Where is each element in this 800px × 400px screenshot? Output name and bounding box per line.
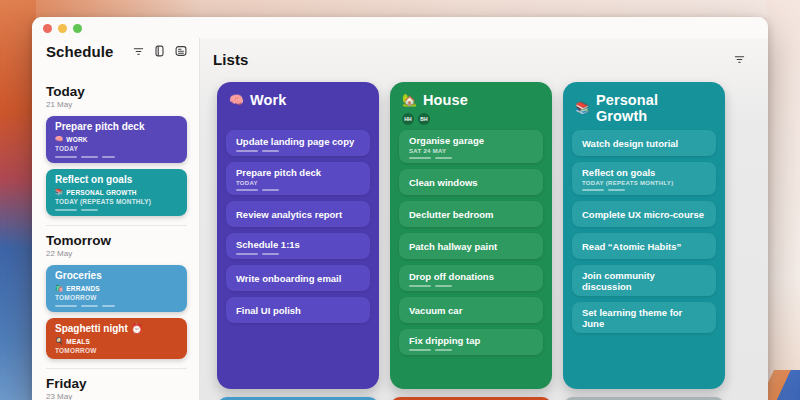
list-item[interactable]: Review analytics report [226,201,370,227]
item-title: Drop off donations [409,271,533,282]
list-item[interactable]: Read “Atomic Habits” [572,233,716,259]
minimize-button[interactable] [58,24,67,33]
list-name: House [423,92,468,108]
task-when-label: TODAY [55,145,178,152]
task-when-label: TOMORROW [55,347,178,354]
wallpaper-left-band [0,0,36,400]
list-item[interactable]: Join community discussion [572,265,716,296]
list-item[interactable]: Fix dripping tap [399,329,543,355]
maximize-button[interactable] [73,24,82,33]
list-item[interactable]: Organise garageSAT 24 MAY [399,130,543,163]
item-when-label: TODAY (REPEATS MONTHLY) [582,180,706,186]
avatar[interactable]: HH [402,113,414,125]
task-when-label: TODAY (REPEATS MONTHLY) [55,198,178,205]
filter-icon[interactable] [132,45,145,58]
board-title: Lists [213,51,249,68]
list-item[interactable]: Complete UX micro-course [572,201,716,227]
section-date-label: 21 May [46,100,187,109]
list-emoji-icon: 🛍️ [55,284,63,292]
list-item[interactable]: Reflect on goalsTODAY (REPEATS MONTHLY) [572,162,716,195]
list-item[interactable]: Write onboarding email [226,265,370,291]
list-emoji-icon: 🧠 [229,93,244,107]
task-list-name: ERRANDS [66,285,100,292]
task-card[interactable]: Spaghetti night ⏰🍳MEALSTOMORROW [46,318,187,359]
list-item[interactable]: Vacuum car [399,297,543,323]
list-name: Personal Growth [596,92,713,124]
task-card[interactable]: Prepare pitch deck🧠WORKTODAY [46,116,187,163]
list-item[interactable]: Set learning theme for June [572,302,716,333]
list-item[interactable]: Watch design tutorial [572,130,716,156]
schedule-section: Tomorrow22 MayGroceries🛍️ERRANDSTOMORROW… [46,233,187,359]
dash-line [81,156,98,158]
lists-row: 🧠WorkUpdate landing page copyPrepare pit… [217,82,768,389]
dash-line [236,189,258,191]
list-name: Work [250,92,286,108]
dash-line [55,209,77,211]
list-item[interactable]: Patch hallway paint [399,233,543,259]
wallpaper-right-band [766,0,800,400]
dash-line [409,349,431,351]
dash-line [409,157,431,159]
list-item[interactable]: Update landing page copy [226,130,370,156]
section-divider [46,225,187,226]
item-title: Clean windows [409,177,533,188]
list-item[interactable]: Drop off donations [399,265,543,291]
item-title: Watch design tutorial [582,138,706,149]
dash-line [409,285,431,287]
item-title: Prepare pitch deck [236,167,360,178]
sidebar-header: Schedule [46,42,187,60]
list-emoji-icon: 📚 [575,101,590,115]
note-dashes [409,285,533,287]
list-title-row: 🏡House [402,92,540,108]
task-list-label: 🧠WORK [55,135,178,143]
list-column-work: 🧠WorkUpdate landing page copyPrepare pit… [217,82,379,389]
list-item[interactable]: Declutter bedroom [399,201,543,227]
list-item[interactable]: Schedule 1:1s [226,233,370,259]
member-avatars: HHBH [402,113,540,125]
calendar-icon[interactable] [174,45,187,58]
task-list-name: WORK [66,136,87,143]
book-icon[interactable] [153,45,166,58]
filter-icon[interactable] [733,53,746,66]
dash-line [102,305,115,307]
section-day-label: Tomorrow [46,233,187,248]
item-title: Join community discussion [582,270,706,292]
task-title: Prepare pitch deck [55,121,178,133]
note-dashes [55,156,178,158]
task-list-label: 📚PERSONAL GROWTH [55,188,178,196]
task-title: Reflect on goals [55,174,178,186]
note-dashes [236,253,360,255]
task-list-name: MEALS [66,338,90,345]
dash-line [236,253,258,255]
avatar[interactable]: BH [418,113,430,125]
item-title: Read “Atomic Habits” [582,241,706,252]
note-dashes [55,305,178,307]
dash-line [608,189,625,191]
dash-line [435,349,452,351]
item-title: Patch hallway paint [409,241,533,252]
dash-line [81,305,98,307]
list-item[interactable]: Prepare pitch deckTODAY [226,162,370,195]
dash-line [55,156,77,158]
schedule-sections: Today21 MayPrepare pitch deck🧠WORKTODAYR… [46,84,187,400]
lists-area: 🧠WorkUpdate landing page copyPrepare pit… [200,70,768,400]
traffic-lights [43,24,82,33]
item-title: Schedule 1:1s [236,239,360,250]
wallpaper-top-band [0,0,800,18]
task-title: Groceries [55,270,178,282]
sidebar-title: Schedule [46,43,114,60]
section-day-label: Today [46,84,187,99]
list-item[interactable]: Clean windows [399,169,543,195]
task-card[interactable]: Reflect on goals📚PERSONAL GROWTHTODAY (R… [46,169,187,216]
section-date-label: 22 May [46,249,187,258]
list-emoji-icon: 📚 [55,188,63,196]
task-list-label: 🛍️ERRANDS [55,284,178,292]
window-titlebar [32,17,768,38]
list-item[interactable]: Final UI polish [226,297,370,323]
note-dashes [409,349,533,351]
item-title: Vacuum car [409,305,533,316]
close-button[interactable] [43,24,52,33]
list-emoji-icon: 🏡 [402,93,417,107]
task-card[interactable]: Groceries🛍️ERRANDSTOMORROW [46,265,187,312]
list-header: 📚Personal Growth [572,92,716,130]
